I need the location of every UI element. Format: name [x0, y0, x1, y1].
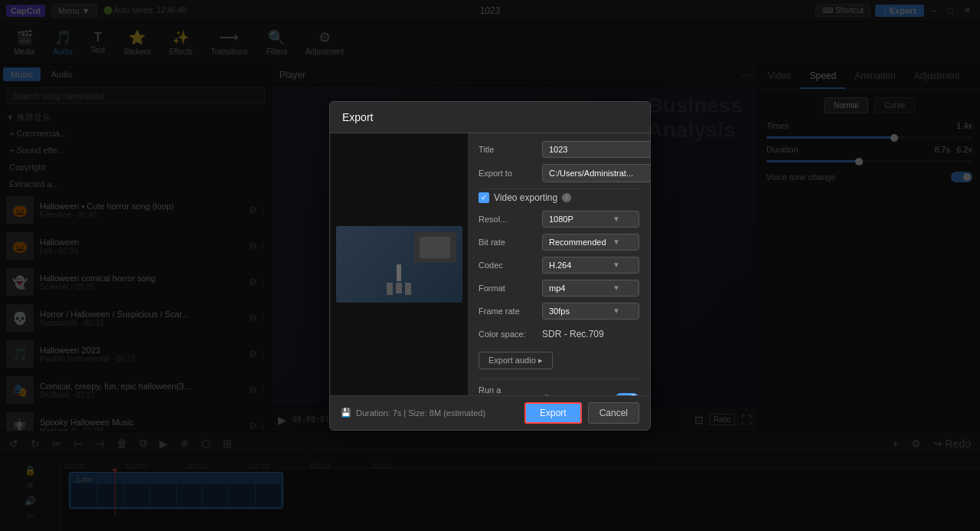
format-chevron-icon: ▼: [612, 284, 620, 292]
codec-row: Codec H.264 ▼: [479, 257, 639, 274]
bitrate-chevron-icon: ▼: [612, 238, 620, 246]
format-select[interactable]: mp4 ▼: [542, 280, 639, 297]
export-info: 💾 Duration: 7s | Size: 8M (estimated): [341, 408, 485, 418]
codec-select[interactable]: H.264 ▼: [542, 257, 639, 274]
framerate-label: Frame rate: [479, 306, 536, 316]
video-export-checkbox[interactable]: ✓: [479, 192, 489, 203]
bitrate-select[interactable]: Recommended ▼: [542, 234, 639, 251]
color-space-row: Color space: SDR - Rec.709: [479, 326, 639, 343]
video-export-label: Video exporting: [494, 192, 557, 203]
copyright-check-label: Run a copyright check: [479, 385, 536, 395]
modal-overlay: Export: [0, 0, 980, 531]
title-field-label: Title: [479, 145, 536, 154]
format-value: mp4: [549, 284, 565, 293]
bitrate-label: Bit rate: [479, 238, 536, 247]
color-space-label: Color space:: [479, 329, 536, 339]
color-space-value: SDR - Rec.709: [542, 329, 604, 339]
framerate-chevron-icon: ▼: [612, 306, 620, 315]
copyright-toggle[interactable]: [615, 393, 639, 395]
codec-label: Codec: [479, 261, 536, 270]
export-duration-size: Duration: 7s | Size: 8M (estimated): [356, 408, 485, 418]
framerate-row: Frame rate 30fps ▼: [479, 303, 639, 320]
title-row: Title: [479, 141, 639, 158]
codec-value: H.264: [549, 261, 571, 270]
export-to-row: Export to 📁: [479, 164, 639, 182]
copyright-check-row: Run a copyright check i: [479, 379, 639, 395]
preview-thumbnail-2: [414, 232, 456, 263]
cancel-button[interactable]: Cancel: [588, 402, 639, 424]
export-path-field: 📁: [542, 164, 650, 182]
framerate-value: 30fps: [549, 306, 570, 316]
export-path-input[interactable]: [542, 164, 650, 182]
export-confirm-button[interactable]: Export: [524, 402, 582, 424]
resolution-chevron-icon: ▼: [612, 215, 620, 223]
codec-chevron-icon: ▼: [612, 261, 620, 269]
format-label: Format: [479, 284, 536, 293]
bitrate-value: Recommended: [549, 238, 606, 247]
video-export-header: ✓ Video exporting i: [479, 188, 639, 205]
resolution-row: Resol... 1080P ▼: [479, 211, 639, 228]
resolution-value: 1080P: [549, 215, 573, 224]
export-audio-button[interactable]: Export audio ▸: [479, 352, 553, 369]
resolution-select[interactable]: 1080P ▼: [542, 211, 639, 228]
export-preview: [330, 133, 468, 395]
export-form: Title Export to 📁 ✓ Video exporting i: [468, 133, 650, 395]
export-disk-icon: 💾: [341, 408, 351, 418]
footer-actions: Export Cancel: [524, 402, 639, 424]
export-modal: Export: [329, 101, 651, 431]
modal-title: Export: [330, 102, 650, 133]
framerate-select[interactable]: 30fps ▼: [542, 303, 639, 320]
video-export-info-icon: i: [562, 193, 571, 202]
title-input[interactable]: [542, 141, 650, 158]
modal-footer: 💾 Duration: 7s | Size: 8M (estimated) Ex…: [330, 395, 650, 430]
bitrate-row: Bit rate Recommended ▼: [479, 234, 639, 251]
resolution-label: Resol...: [479, 215, 536, 224]
format-row: Format mp4 ▼: [479, 280, 639, 297]
modal-body: Title Export to 📁 ✓ Video exporting i: [330, 133, 650, 395]
export-audio-section: Export audio ▸: [479, 349, 639, 369]
export-to-label: Export to: [479, 169, 536, 178]
